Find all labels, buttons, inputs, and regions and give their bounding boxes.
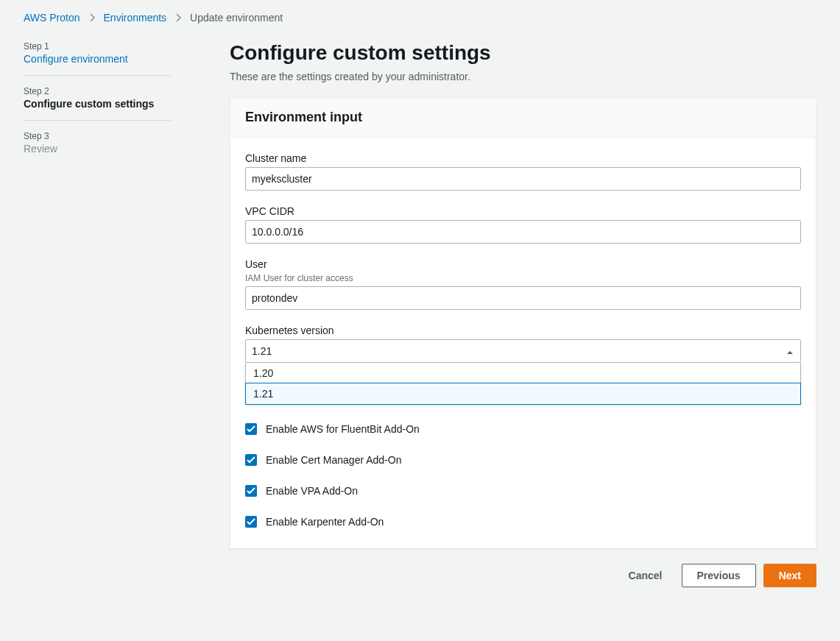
step-1[interactable]: Step 1 Configure environment bbox=[24, 41, 171, 76]
cluster-name-label: Cluster name bbox=[245, 152, 801, 164]
checkbox-vpa: Enable VPA Add-On bbox=[245, 485, 801, 497]
chevron-right-icon bbox=[175, 13, 181, 22]
step-title: Configure custom settings bbox=[24, 98, 171, 110]
check-icon bbox=[247, 487, 255, 495]
breadcrumb-item-current: Update environment bbox=[190, 12, 283, 24]
step-label: Step 3 bbox=[24, 131, 171, 141]
environment-input-panel: Environment input Cluster name VPC CIDR … bbox=[230, 97, 816, 549]
panel-title: Environment input bbox=[245, 110, 801, 125]
check-icon bbox=[247, 425, 255, 433]
breadcrumb-item-proton[interactable]: AWS Proton bbox=[24, 12, 80, 24]
step-label: Step 1 bbox=[24, 41, 171, 52]
breadcrumb-item-environments[interactable]: Environments bbox=[104, 12, 167, 24]
k8s-version-select[interactable]: 1.21 bbox=[245, 339, 801, 363]
checkbox-cert-manager: Enable Cert Manager Add-On bbox=[245, 454, 801, 466]
checkbox-label: Enable AWS for FluentBit Add-On bbox=[266, 423, 420, 435]
panel-header: Environment input bbox=[230, 98, 816, 138]
checkbox-karpenter: Enable Karpenter Add-On bbox=[245, 516, 801, 528]
step-title: Review bbox=[24, 143, 171, 155]
page-subtitle: These are the settings created by your a… bbox=[230, 71, 816, 82]
chevron-right-icon bbox=[89, 13, 95, 22]
user-input[interactable] bbox=[245, 286, 801, 310]
k8s-version-label: Kubernetes version bbox=[245, 325, 801, 336]
step-3: Step 3 Review bbox=[24, 131, 171, 165]
k8s-version-value: 1.21 bbox=[252, 345, 272, 357]
wizard-steps: Step 1 Configure environment Step 2 Conf… bbox=[24, 41, 171, 587]
field-cluster-name: Cluster name bbox=[245, 152, 801, 191]
checkbox-label: Enable Karpenter Add-On bbox=[266, 516, 384, 528]
step-title: Configure environment bbox=[24, 53, 171, 65]
check-icon bbox=[247, 456, 255, 464]
user-label: User bbox=[245, 258, 801, 270]
k8s-version-option[interactable]: 1.20 bbox=[246, 363, 800, 383]
next-button[interactable]: Next bbox=[763, 564, 816, 587]
k8s-version-dropdown: 1.20 1.21 bbox=[245, 363, 801, 405]
checkbox-fluentbit: Enable AWS for FluentBit Add-On bbox=[245, 423, 801, 435]
checkbox-input[interactable] bbox=[245, 516, 257, 528]
vpc-cidr-input[interactable] bbox=[245, 220, 801, 244]
check-icon bbox=[247, 518, 255, 525]
field-k8s-version: Kubernetes version 1.21 1.20 1.21 bbox=[245, 325, 801, 363]
caret-up-icon bbox=[786, 345, 794, 357]
field-user: User IAM User for cluster access bbox=[245, 258, 801, 310]
wizard-actions: Cancel Previous Next bbox=[230, 564, 816, 587]
step-2: Step 2 Configure custom settings bbox=[24, 86, 171, 121]
addon-checkboxes: Enable Metrics Server Add-On Enable AWS … bbox=[245, 392, 801, 528]
k8s-version-option[interactable]: 1.21 bbox=[245, 383, 801, 405]
checkbox-input[interactable] bbox=[245, 454, 257, 466]
previous-button[interactable]: Previous bbox=[682, 564, 756, 587]
page-title: Configure custom settings bbox=[230, 41, 816, 65]
field-vpc-cidr: VPC CIDR bbox=[245, 205, 801, 244]
checkbox-label: Enable VPA Add-On bbox=[266, 485, 358, 497]
cancel-button[interactable]: Cancel bbox=[617, 564, 674, 587]
breadcrumb: AWS Proton Environments Update environme… bbox=[24, 12, 816, 24]
user-hint: IAM User for cluster access bbox=[245, 273, 801, 283]
checkbox-label: Enable Cert Manager Add-On bbox=[266, 454, 401, 466]
cluster-name-input[interactable] bbox=[245, 167, 801, 191]
checkbox-input[interactable] bbox=[245, 485, 257, 497]
step-label: Step 2 bbox=[24, 86, 171, 96]
checkbox-input[interactable] bbox=[245, 423, 257, 435]
main-content: Configure custom settings These are the … bbox=[230, 41, 816, 587]
vpc-cidr-label: VPC CIDR bbox=[245, 205, 801, 217]
